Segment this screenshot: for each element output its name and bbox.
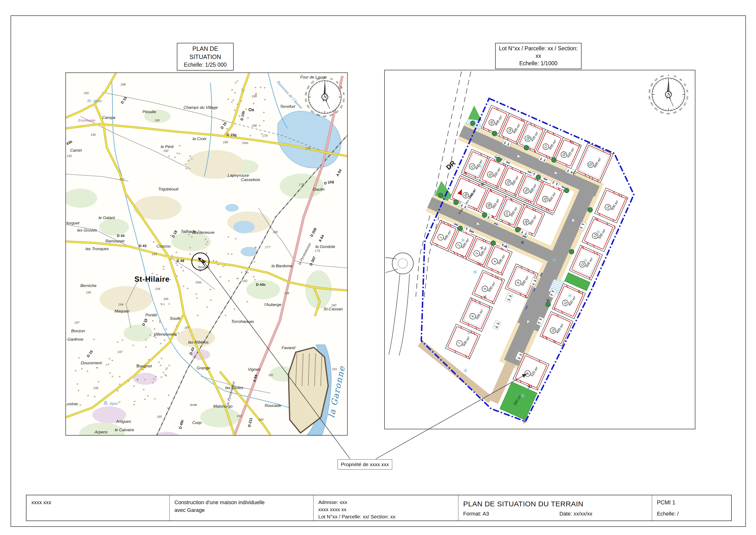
topographic-map-drawing — [66, 73, 347, 435]
left-map-title: PLAN DE SITUATION — [180, 45, 231, 61]
sheet-scale: Echelle: / — [657, 510, 679, 518]
title-block-ref-cell: PCMI 1 Echelle: / — [652, 495, 731, 521]
situation-map: Champs du VillageTerrefortFour de LougeO… — [66, 72, 348, 436]
project-line2: avec Garage — [175, 506, 309, 514]
subdivision-plan-drawing: 580 m²20400 m²19400 m²18400 m²17400 m²16… — [385, 70, 695, 429]
title-block-doc-cell: PLAN DE SITUATION DU TERRAIN Format: A3 … — [458, 495, 652, 521]
document-title: PLAN DE SITUATION DU TERRAIN — [463, 499, 647, 509]
title-block: xxxx xxx Construction d'une maison indiv… — [26, 495, 732, 521]
left-map-title-box: PLAN DE SITUATION Echelle: 1/25 000 — [177, 43, 234, 70]
title-block-applicant-cell: xxxx xxx — [26, 495, 170, 521]
piece-ref: PCMI 1 — [657, 499, 726, 507]
left-map-scale: Echelle: 1/25 000 — [180, 61, 231, 69]
applicant-name: xxxx xxx — [31, 499, 165, 506]
address-line2: xxxx xxxx xx — [318, 506, 453, 513]
right-plan-title: Lot N°xx / Parcelle: xx / Section: xx — [498, 45, 579, 60]
format-label: Format: A3 — [463, 510, 489, 518]
title-block-address-cell: Adresse: xxx xxxx xxxx xx Lot N°xx / Par… — [313, 495, 458, 521]
parcel-plan: 580 m²20400 m²19400 m²18400 m²17400 m²16… — [384, 70, 695, 429]
project-line1: Construction d'une maison individuelle — [175, 499, 309, 506]
address-line3: Lot N°xx / Parcelle: xx/ Section: xx — [318, 513, 453, 520]
property-annotation: Propriété de xxxx xxx — [338, 460, 392, 469]
title-block-project-cell: Construction d'une maison individuelle a… — [170, 495, 313, 521]
right-plan-title-box: Lot N°xx / Parcelle: xx / Section: xx Ec… — [495, 43, 581, 69]
date-label: Date: xx/xx/xx — [559, 510, 592, 518]
address-line1: Adresse: xxx — [318, 499, 453, 506]
right-plan-scale: Echelle: 1/1000 — [498, 60, 579, 67]
